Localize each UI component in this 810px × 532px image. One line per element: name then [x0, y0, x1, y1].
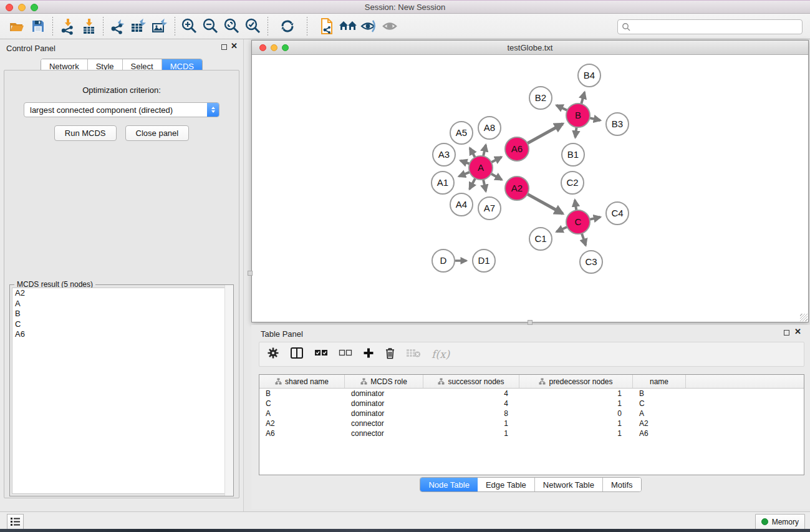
graph-node-B3[interactable]: B3	[606, 113, 629, 135]
graph-node-B4[interactable]: B4	[578, 64, 600, 87]
import-network-button[interactable]	[57, 16, 78, 36]
list-item[interactable]: C	[12, 319, 231, 330]
network-window-titlebar[interactable]: testGlobe.txt	[252, 41, 808, 55]
show-graphics-details-button[interactable]	[380, 16, 401, 36]
table-cell[interactable]: dominator	[345, 389, 423, 398]
graph-node-A1[interactable]: A1	[432, 172, 454, 194]
graph-node-B[interactable]: B	[566, 104, 590, 127]
graph-edge-A-A3[interactable]	[460, 160, 470, 163]
table-close-button[interactable]: ✕	[794, 328, 801, 336]
table-row[interactable]: Cdominator41C	[259, 399, 804, 409]
table-cell[interactable]: 1	[519, 429, 633, 438]
list-item[interactable]: A2	[12, 288, 231, 299]
table-cell[interactable]: 4	[423, 389, 519, 398]
graph-node-A8[interactable]: A8	[478, 117, 501, 139]
tab-motifs[interactable]: Motifs	[603, 478, 641, 491]
graph-node-C4[interactable]: C4	[606, 202, 629, 225]
table-cell[interactable]: A2	[259, 419, 345, 428]
graph-edge-C-C3[interactable]	[582, 233, 586, 245]
automation-panel-button[interactable]	[7, 514, 24, 530]
function-builder-button[interactable]: f(x)	[432, 348, 450, 360]
graph-edge-A-A1[interactable]	[459, 172, 470, 177]
graph-edge-A-A6[interactable]	[491, 157, 501, 162]
graph-node-A7[interactable]: A7	[478, 197, 501, 220]
graph-node-C1[interactable]: C1	[529, 228, 552, 250]
table-row[interactable]: A2connector11A2	[259, 418, 804, 428]
graph-node-C[interactable]: C	[566, 210, 590, 234]
table-cell[interactable]: connector	[345, 429, 423, 438]
graph-node-A5[interactable]: A5	[450, 122, 473, 144]
graph-edge-C-C4[interactable]	[590, 217, 600, 220]
column-header-predecessor-nodes[interactable]: predecessor nodes	[519, 375, 633, 388]
table-cell[interactable]: dominator	[345, 399, 423, 408]
graph-node-A4[interactable]: A4	[450, 193, 473, 216]
graph-node-A3[interactable]: A3	[433, 143, 455, 166]
zoom-fit-button[interactable]	[221, 16, 243, 36]
table-cell[interactable]: C	[259, 399, 345, 408]
graph-edge-B-B4[interactable]	[581, 92, 584, 104]
zoom-in-button[interactable]	[179, 16, 200, 36]
column-header-shared-name[interactable]: shared name	[259, 375, 345, 388]
table-cell[interactable]: A	[259, 409, 345, 418]
table-cell[interactable]: 8	[423, 409, 519, 418]
graph-edge-A-A8[interactable]	[483, 145, 486, 156]
table-row[interactable]: A6connector11A6	[259, 428, 804, 438]
table-cell[interactable]: 1	[519, 419, 633, 428]
new-network-button[interactable]	[316, 16, 337, 36]
table-cell[interactable]: A	[633, 409, 686, 418]
graph-node-A2[interactable]: A2	[505, 177, 529, 200]
table-cell[interactable]: C	[633, 399, 686, 408]
graph-edge-A-A4[interactable]	[470, 178, 475, 189]
graph-node-C3[interactable]: C3	[580, 251, 602, 273]
select-all-columns-button[interactable]	[314, 349, 328, 360]
table-cell[interactable]: A2	[633, 419, 686, 428]
refresh-button[interactable]	[277, 16, 298, 36]
graph-node-A[interactable]: A	[469, 156, 493, 180]
splitter-handle-left[interactable]	[248, 271, 253, 276]
search-input[interactable]	[633, 22, 802, 32]
table-settings-button[interactable]	[267, 347, 279, 362]
graph-edge-A-A5[interactable]	[470, 148, 475, 157]
graph-edge-A-A7[interactable]	[483, 180, 486, 191]
table-cell[interactable]: A6	[633, 429, 686, 438]
table-cell[interactable]: dominator	[345, 409, 423, 418]
tab-edge-table[interactable]: Edge Table	[478, 478, 535, 491]
save-session-button[interactable]	[27, 16, 49, 36]
table-cell[interactable]: A6	[259, 429, 345, 438]
graph-edge-A2-C[interactable]	[528, 194, 563, 213]
column-header-name[interactable]: name	[633, 375, 686, 388]
window-resize-grip[interactable]	[800, 314, 808, 321]
graph-node-C2[interactable]: C2	[561, 172, 584, 194]
show-column-button[interactable]	[290, 347, 304, 362]
export-image-button[interactable]	[150, 16, 171, 36]
graph-node-A6[interactable]: A6	[505, 137, 529, 161]
network-canvas[interactable]: AA1A3A5A8A4A7A6A2BB2B4B3B1CC2C4C1C3DD1	[252, 55, 808, 322]
result-list-scrollbar[interactable]	[224, 285, 233, 496]
close-panel-button[interactable]: ✕	[231, 42, 238, 50]
memory-button[interactable]: Memory	[755, 514, 805, 530]
open-file-button[interactable]	[6, 16, 27, 36]
table-cell[interactable]: 4	[423, 399, 519, 408]
create-column-button[interactable]	[363, 347, 374, 361]
table-cell[interactable]: B	[259, 389, 345, 398]
table-float-button[interactable]	[784, 329, 789, 337]
list-item[interactable]: B	[12, 309, 231, 319]
zoom-out-button[interactable]	[200, 16, 221, 36]
table-cell[interactable]: 1	[519, 399, 633, 408]
table-cell[interactable]: 1	[519, 389, 633, 398]
mcds-result-list[interactable]: A2ABCA6	[12, 288, 231, 494]
zoom-selected-button[interactable]	[243, 16, 264, 36]
list-item[interactable]: A	[12, 299, 231, 309]
table-row[interactable]: Bdominator41B	[259, 389, 804, 399]
list-item[interactable]: A6	[12, 329, 231, 340]
table-cell[interactable]: B	[633, 389, 686, 398]
column-header-MCDS-role[interactable]: MCDS role	[345, 375, 423, 388]
graph-edge-B-B1[interactable]	[576, 127, 577, 137]
delete-table-button[interactable]	[406, 348, 421, 360]
search-field[interactable]	[617, 19, 803, 34]
graph-edge-A-A2[interactable]	[491, 173, 502, 180]
graph-node-D1[interactable]: D1	[473, 249, 495, 272]
graph-node-D[interactable]: D	[432, 249, 455, 272]
unselect-all-columns-button[interactable]	[339, 349, 352, 360]
export-network-button[interactable]	[107, 16, 128, 36]
